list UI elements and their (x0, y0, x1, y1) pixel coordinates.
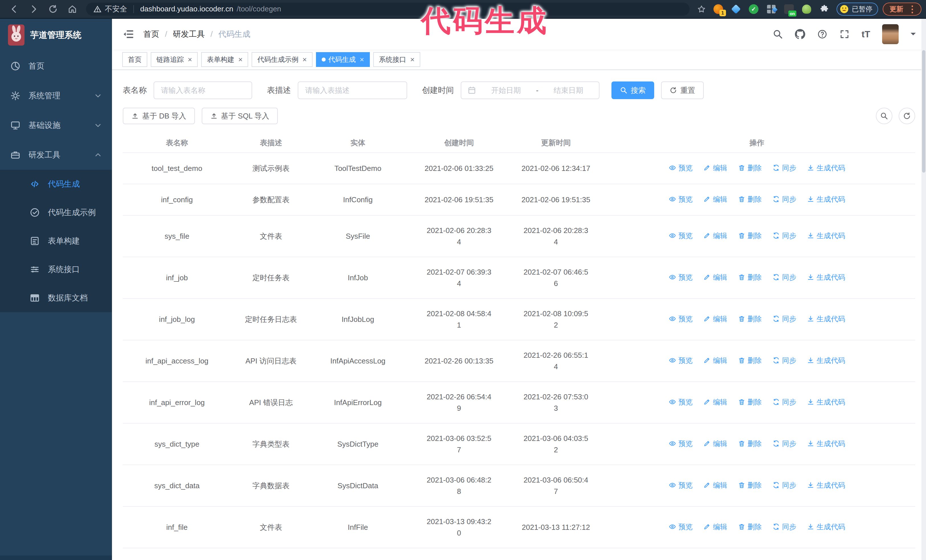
logo[interactable]: 芋道管理系统 (0, 19, 112, 51)
sidebar-item-system-api[interactable]: 系统接口 (0, 255, 112, 284)
extension-bot-icon[interactable] (800, 3, 813, 15)
sync-link[interactable]: 同步 (772, 355, 796, 366)
scrollbar-thumb[interactable] (922, 50, 925, 173)
sync-link[interactable]: 同步 (772, 193, 796, 205)
bookmark-star-icon[interactable] (697, 5, 706, 14)
generate-code-link[interactable]: 生成代码 (807, 438, 845, 449)
tab-home[interactable]: 首页 (122, 52, 147, 67)
table-name-input[interactable] (154, 82, 252, 99)
delete-link[interactable]: 删除 (738, 230, 762, 241)
preview-link[interactable]: 预览 (669, 438, 693, 449)
reload-icon[interactable] (48, 4, 58, 14)
sync-link[interactable]: 同步 (772, 272, 796, 283)
sync-link[interactable]: 同步 (772, 230, 796, 241)
import-db-button[interactable]: 基于 DB 导入 (123, 108, 195, 124)
table-desc-input[interactable] (298, 82, 407, 99)
user-menu-caret-icon[interactable] (911, 33, 916, 38)
refresh-table-button[interactable] (899, 108, 915, 124)
delete-link[interactable]: 删除 (738, 521, 762, 532)
edit-link[interactable]: 编辑 (703, 272, 727, 283)
edit-link[interactable]: 编辑 (703, 230, 727, 241)
user-avatar[interactable] (882, 24, 899, 44)
fullscreen-icon[interactable] (840, 29, 850, 39)
extension-dark-icon[interactable]: on (783, 3, 795, 15)
security-warning-icon[interactable] (94, 5, 101, 13)
extension-gem-icon[interactable] (730, 3, 742, 15)
browser-home-icon[interactable] (68, 4, 77, 14)
preview-link[interactable]: 预览 (669, 396, 693, 408)
tab-codegen-example[interactable]: 代码生成示例 × (251, 52, 312, 67)
delete-link[interactable]: 删除 (738, 272, 762, 283)
preview-link[interactable]: 预览 (669, 355, 693, 366)
edit-link[interactable]: 编辑 (703, 193, 727, 205)
generate-code-link[interactable]: 生成代码 (807, 479, 845, 491)
edit-link[interactable]: 编辑 (703, 479, 727, 491)
toggle-search-button[interactable] (876, 108, 893, 124)
forward-icon[interactable] (29, 4, 38, 14)
edit-link[interactable]: 编辑 (703, 396, 727, 408)
tab-trace[interactable]: 链路追踪 × (151, 52, 198, 67)
sync-link[interactable]: 同步 (772, 479, 796, 491)
tab-system-api[interactable]: 系统接口 × (373, 52, 420, 67)
sync-link[interactable]: 同步 (772, 521, 796, 532)
github-icon[interactable] (795, 29, 805, 39)
extension-check-icon[interactable]: ✓ (747, 3, 760, 15)
preview-link[interactable]: 预览 (669, 521, 693, 532)
back-icon[interactable] (9, 4, 19, 14)
preview-link[interactable]: 预览 (669, 479, 693, 491)
close-icon[interactable]: × (188, 56, 192, 63)
close-icon[interactable]: × (410, 56, 415, 63)
edit-link[interactable]: 编辑 (703, 162, 727, 174)
page-scrollbar[interactable] (921, 19, 926, 560)
generate-code-link[interactable]: 生成代码 (807, 230, 845, 241)
sidebar-toggle-icon[interactable] (122, 28, 134, 40)
search-button[interactable]: 搜索 (611, 82, 654, 99)
tab-form-builder[interactable]: 表单构建 × (201, 52, 248, 67)
extension-grid-icon[interactable] (765, 3, 778, 15)
delete-link[interactable]: 删除 (738, 355, 762, 366)
font-size-icon[interactable]: tT (862, 29, 870, 39)
create-time-range-picker[interactable]: 开始日期 - 结束日期 (461, 82, 599, 99)
sidebar-item-devtools[interactable]: 研发工具 (0, 140, 112, 170)
generate-code-link[interactable]: 生成代码 (807, 272, 845, 283)
sidebar-item-system[interactable]: 系统管理 (0, 81, 112, 110)
sync-link[interactable]: 同步 (772, 162, 796, 174)
sync-link[interactable]: 同步 (772, 438, 796, 449)
edit-link[interactable]: 编辑 (703, 313, 727, 325)
edit-link[interactable]: 编辑 (703, 355, 727, 366)
sync-link[interactable]: 同步 (772, 313, 796, 325)
generate-code-link[interactable]: 生成代码 (807, 193, 845, 205)
update-button[interactable]: 更新 ⋮ (883, 3, 921, 16)
help-icon[interactable] (817, 29, 828, 39)
tab-codegen[interactable]: 代码生成 × (316, 52, 370, 67)
close-icon[interactable]: × (238, 56, 242, 63)
sidebar-item-home[interactable]: 首页 (0, 51, 112, 81)
preview-link[interactable]: 预览 (669, 272, 693, 283)
generate-code-link[interactable]: 生成代码 (807, 521, 845, 532)
reset-button[interactable]: 重置 (661, 82, 704, 99)
preview-link[interactable]: 预览 (669, 313, 693, 325)
profile-status-pill[interactable]: 已暂停 (837, 3, 878, 16)
address-bar[interactable]: 不安全 dashboard.yudao.iocoder.cn/tool/code… (86, 3, 690, 16)
browser-menu-icon[interactable]: ⋮ (908, 5, 917, 14)
breadcrumb-item-home[interactable]: 首页 (143, 29, 159, 39)
sidebar-item-infra[interactable]: 基础设施 (0, 110, 112, 140)
sidebar-item-form-builder[interactable]: 表单构建 (0, 227, 112, 255)
generate-code-link[interactable]: 生成代码 (807, 396, 845, 408)
edit-link[interactable]: 编辑 (703, 438, 727, 449)
close-icon[interactable]: × (360, 56, 364, 63)
delete-link[interactable]: 删除 (738, 162, 762, 174)
delete-link[interactable]: 删除 (738, 313, 762, 325)
edit-link[interactable]: 编辑 (703, 521, 727, 532)
search-icon[interactable] (773, 29, 783, 39)
breadcrumb-item-devtools[interactable]: 研发工具 (173, 29, 205, 39)
extension-orange-icon[interactable]: 1 (712, 3, 725, 15)
preview-link[interactable]: 预览 (669, 162, 693, 174)
close-icon[interactable]: × (302, 56, 307, 63)
generate-code-link[interactable]: 生成代码 (807, 162, 845, 174)
delete-link[interactable]: 删除 (738, 193, 762, 205)
preview-link[interactable]: 预览 (669, 193, 693, 205)
delete-link[interactable]: 删除 (738, 479, 762, 491)
delete-link[interactable]: 删除 (738, 396, 762, 408)
delete-link[interactable]: 删除 (738, 438, 762, 449)
